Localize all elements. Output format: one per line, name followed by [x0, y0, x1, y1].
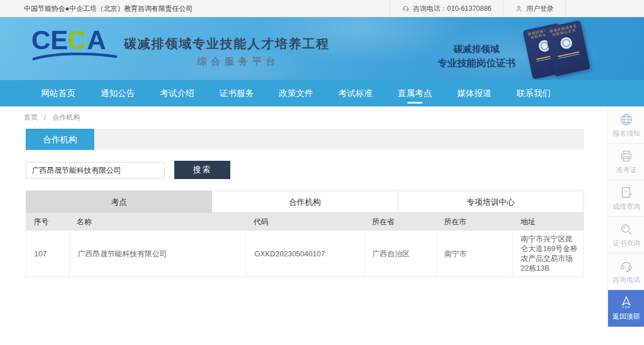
sidebar-item-label: 准考证 — [616, 165, 637, 175]
nav-item-exam-standards[interactable]: 考试标准 — [326, 80, 385, 106]
user-icon — [515, 5, 523, 13]
sidebar-item-certificate-query[interactable]: 证书查询 — [608, 217, 644, 253]
cell-name: 广西昂晟节能科技有限公司 — [69, 231, 246, 276]
top-bar: 中国节能协会●中企工培（北京）教育咨询有限责任公司 咨询电话：010-61370… — [0, 0, 644, 17]
certificate-booklets-image: 碳减排领域专业技能岗位证书 碳减排领域专业技能岗位证书 — [523, 22, 609, 79]
section-tab-partners[interactable]: 合作机构 — [26, 129, 94, 150]
cell-province: 广西自治区 — [364, 231, 436, 276]
ceca-logo-text: CECA — [31, 25, 106, 55]
filter-tabs: 考点 合作机构 专项培训中心 — [26, 191, 584, 213]
user-login-label: 用户登录 — [526, 4, 554, 14]
col-header-index: 序号 — [26, 213, 69, 231]
company-name: 中国节能协会●中企工培（北京）教育咨询有限责任公司 — [24, 0, 193, 17]
sidebar-item-score-query[interactable]: ? 成绩查询 — [608, 180, 644, 217]
sidebar-item-label: 咨询电话 — [613, 275, 640, 285]
cell-code: GXKD202305040107 — [246, 231, 364, 276]
back-to-top-icon: TOP — [619, 295, 634, 310]
consult-phone[interactable]: 咨询电话：010-61370886 — [390, 0, 503, 17]
nav-item-notices[interactable]: 通知公告 — [88, 80, 147, 106]
certificate-caption: 碳减排领域 专业技能岗位证书 — [427, 42, 526, 71]
headset-icon — [619, 259, 634, 273]
table-header-row: 序号 名称 代码 所在省 所在市 地址 — [26, 213, 584, 231]
site-header: CECA 碳减排领域专业技能人才培养工程 综合服务平台 碳减排领域 专业技能岗位… — [0, 17, 644, 80]
filter-tab-partners[interactable]: 合作机构 — [212, 191, 398, 213]
score-query-icon: ? — [619, 185, 634, 200]
certificate-caption-line1: 碳减排领域 — [427, 42, 526, 56]
col-header-name: 名称 — [69, 213, 246, 231]
nav-item-home[interactable]: 网站首页 — [29, 80, 88, 106]
nav-item-media[interactable]: 媒体报道 — [445, 80, 504, 106]
site-subtitle: 综合服务平台 — [124, 55, 353, 68]
cell-city: 南宁市 — [436, 231, 513, 276]
certificate-search-icon — [619, 222, 634, 237]
nav-item-exam-sites[interactable]: 直属考点 — [385, 80, 445, 106]
col-header-province: 所在省 — [364, 213, 436, 231]
page: 中国节能协会●中企工培（北京）教育咨询有限责任公司 咨询电话：010-61370… — [0, 0, 644, 345]
certificate-caption-line2: 专业技能岗位证书 — [427, 56, 526, 71]
cell-index: 107 — [26, 231, 69, 276]
col-header-address: 地址 — [513, 213, 584, 231]
sidebar-item-registration-notice[interactable]: 报名须知 — [608, 107, 644, 144]
headset-icon — [402, 5, 410, 13]
topbar-right: 咨询电话：010-61370886 用户登录 — [390, 0, 566, 17]
svg-text:?: ? — [624, 188, 627, 195]
booklet-decoration — [558, 51, 579, 59]
utility-sidebar: 报名须知 准考证 ? 成绩查询 — [607, 107, 644, 327]
nav-item-exam-intro[interactable]: 考试介绍 — [147, 80, 207, 106]
sidebar-item-label: 证书查询 — [613, 239, 640, 248]
site-title: 碳减排领域专业技能人才培养工程 — [124, 35, 330, 53]
search-input[interactable] — [26, 162, 165, 179]
results-table: 序号 名称 代码 所在省 所在市 地址 107 广西昂晟节能科技有限公司 GXK… — [26, 213, 584, 277]
nav-item-cert-services[interactable]: 证书服务 — [207, 80, 266, 106]
sidebar-item-label: 报名须知 — [613, 129, 640, 138]
section-tab-row: 合作机构 — [26, 129, 584, 150]
filter-tab-training-centers[interactable]: 专项培训中心 — [398, 191, 584, 213]
nav-item-policy-docs[interactable]: 政策文件 — [266, 80, 326, 106]
filter-tab-exam-sites[interactable]: 考点 — [26, 191, 212, 213]
breadcrumb-home[interactable]: 首页 — [24, 113, 38, 121]
consult-phone-label: 咨询电话：010-61370886 — [413, 4, 491, 14]
sidebar-item-consult-phone[interactable]: 咨询电话 — [608, 253, 644, 290]
sidebar-item-admission-ticket[interactable]: 准考证 — [608, 144, 644, 180]
main-nav: 网站首页 通知公告 考试介绍 证书服务 政策文件 考试标准 直属考点 媒体报道 … — [0, 80, 644, 106]
breadcrumb: 首页 / 合作机构 — [24, 113, 80, 122]
col-header-city: 所在市 — [436, 213, 513, 231]
user-login-button[interactable]: 用户登录 — [503, 0, 566, 17]
sidebar-item-label: 成绩查询 — [613, 202, 640, 212]
cell-address: 南宁市兴宁区昆仑大道169号金桥农产品交易市场22栋13B — [512, 231, 583, 276]
back-to-top-label: 返回顶部 — [613, 312, 640, 322]
col-header-code: 代码 — [246, 213, 364, 231]
svg-text:TOP: TOP — [622, 306, 630, 309]
nav-item-contact[interactable]: 联系我们 — [504, 80, 563, 106]
printer-icon — [619, 149, 634, 164]
back-to-top-button[interactable]: TOP 返回顶部 — [608, 290, 644, 327]
globe-icon — [619, 112, 634, 127]
ceca-logo[interactable]: CECA — [31, 26, 123, 61]
breadcrumb-separator: / — [44, 113, 46, 121]
breadcrumb-current: 合作机构 — [53, 113, 80, 121]
booklet-emblem — [559, 36, 573, 50]
search-button[interactable]: 搜索 — [174, 161, 230, 179]
table-row: 107 广西昂晟节能科技有限公司 GXKD202305040107 广西自治区 … — [26, 231, 584, 277]
